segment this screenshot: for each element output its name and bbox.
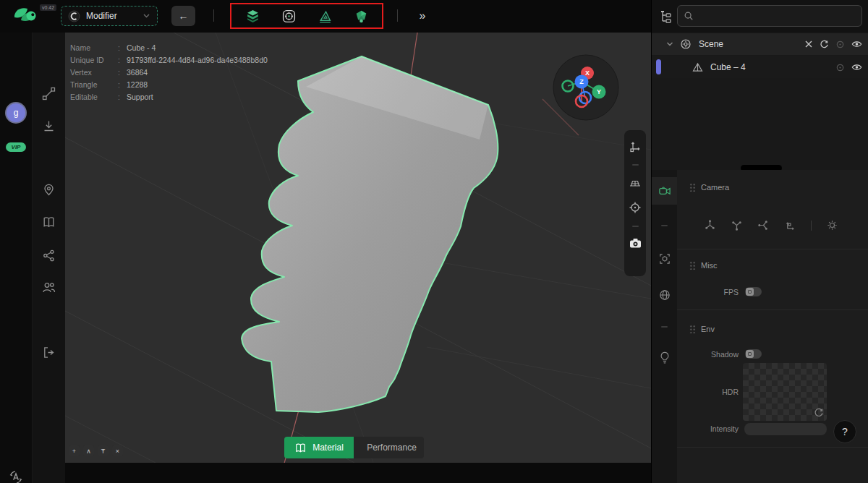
section-divider [677, 249, 868, 249]
info-label: Unique ID [70, 56, 118, 64]
library-book-icon[interactable] [42, 215, 56, 229]
fps-toggle[interactable] [745, 287, 762, 296]
info-sep: : [118, 80, 127, 89]
grid-icon[interactable] [629, 176, 642, 189]
bottom-strip [65, 463, 651, 483]
measure-setsquare-icon[interactable] [315, 7, 334, 25]
expand-up-button[interactable]: ∧ [83, 445, 94, 456]
info-value: 12288 [127, 80, 268, 89]
toggle-knob [746, 350, 754, 358]
info-value: 91793ffd-2244-4d84-ad96-da4e3488b8d0 [127, 56, 268, 64]
section-misc: Misc [689, 261, 718, 270]
pin-icon[interactable] [42, 183, 56, 197]
axis-frame-icon[interactable] [784, 219, 796, 231]
snap-target-icon[interactable] [279, 7, 298, 25]
svg-text:Z: Z [579, 78, 584, 85]
geometry-sphere-icon[interactable] [352, 7, 370, 25]
chevron-down-icon [142, 13, 150, 19]
camera-view-icon[interactable] [652, 177, 677, 205]
viewport-tabs: Material Performance [284, 437, 424, 458]
drag-dots-icon[interactable] [689, 183, 696, 192]
tree-row-scene-label: Scene [699, 39, 723, 49]
tab-material[interactable]: Material [284, 437, 354, 458]
mode-dropdown-label: Modifier [86, 11, 117, 21]
viewport: Name:Cube - 4 Unique ID:91793ffd-2244-4d… [65, 33, 651, 463]
camera-actions [704, 219, 838, 231]
object-box-icon[interactable] [652, 245, 677, 273]
search-box [677, 5, 862, 27]
node-edit-icon[interactable] [42, 87, 56, 101]
hdr-label: HDR [677, 388, 739, 396]
gizmo-z-axis[interactable]: Z [575, 75, 589, 89]
download-icon[interactable] [42, 119, 56, 133]
mesh-layers-icon[interactable] [243, 7, 262, 25]
camera-capture-icon[interactable] [629, 236, 642, 250]
tab-material-label: Material [312, 443, 344, 453]
intensity-input[interactable] [744, 423, 827, 435]
search-input[interactable] [698, 10, 856, 22]
shadow-toggle[interactable] [745, 349, 762, 359]
expand-toolbar-button[interactable]: » [411, 6, 434, 26]
brand-mark-icon [68, 10, 80, 22]
visible-eye-icon[interactable] [851, 40, 862, 48]
selection-info-panel: Name:Cube - 4 Unique ID:91793ffd-2244-4d… [70, 43, 268, 101]
info-value: 36864 [127, 68, 268, 77]
transform-axes-icon[interactable] [629, 140, 642, 153]
section-camera-title: Camera [701, 183, 729, 192]
toggle-knob [746, 288, 754, 296]
intensity-label: Intensity [677, 424, 739, 433]
info-label: Editable [70, 93, 118, 101]
tree-row-cube[interactable]: Cube – 4 [652, 56, 868, 78]
chevron-down-icon[interactable] [666, 41, 673, 47]
close-icon[interactable] [804, 40, 813, 48]
top-bar: v0.42 Modifier ← [0, 0, 651, 33]
help-button[interactable]: ? [833, 420, 856, 443]
light-bulb-icon[interactable] [652, 343, 677, 371]
fps-label: FPS [677, 288, 739, 296]
visible-eye-icon[interactable] [851, 63, 862, 72]
shadow-label: Shadow [677, 350, 739, 359]
info-label: Triangle [70, 80, 118, 89]
tree-row-scene[interactable]: Scene [652, 33, 868, 55]
divider [661, 225, 668, 226]
tool-rail [33, 33, 65, 483]
divider [661, 326, 668, 328]
language-icon[interactable] [8, 469, 24, 483]
vip-badge[interactable]: VIP [6, 142, 26, 152]
logout-icon[interactable] [42, 346, 56, 359]
close-button[interactable]: × [112, 445, 123, 456]
axis-up-icon[interactable] [704, 219, 716, 231]
tab-performance[interactable]: Performance [354, 437, 424, 458]
ruler-button[interactable]: Ŧ [98, 445, 109, 456]
info-label: Vertex [70, 68, 118, 77]
drag-dots-icon[interactable] [689, 325, 696, 333]
refresh-icon[interactable] [820, 40, 829, 49]
locate-icon[interactable] [835, 40, 845, 49]
avatar[interactable]: g [7, 103, 25, 122]
add-button[interactable]: + [69, 445, 80, 456]
users-icon[interactable] [42, 281, 56, 294]
world-globe-icon[interactable] [652, 281, 677, 309]
settings-gear-icon[interactable] [826, 219, 838, 231]
mode-dropdown[interactable]: Modifier [61, 6, 158, 26]
back-button[interactable]: ← [171, 6, 195, 26]
axis-down-icon[interactable] [731, 219, 743, 231]
orientation-gizmo[interactable]: X Z Y [550, 51, 622, 124]
hdr-swatch[interactable] [743, 363, 827, 421]
drag-dots-icon[interactable] [689, 261, 696, 270]
info-sep: : [118, 93, 127, 101]
hierarchy-icon[interactable] [659, 9, 673, 23]
scene-tree-header [652, 0, 868, 33]
app-window: v0.42 Modifier ← [0, 0, 868, 483]
locate-icon[interactable] [835, 63, 845, 72]
focus-target-icon[interactable] [629, 201, 642, 214]
share-nodes-icon[interactable] [42, 249, 56, 262]
info-value: Support [127, 93, 268, 101]
section-divider [677, 309, 868, 310]
model-cube-4[interactable] [242, 56, 498, 412]
app-logo-icon[interactable] [12, 4, 41, 28]
gizmo-y-axis[interactable]: Y [592, 85, 606, 99]
hdr-reset-icon[interactable] [814, 408, 824, 418]
axis-side-icon[interactable] [757, 219, 770, 231]
divider [632, 164, 639, 166]
